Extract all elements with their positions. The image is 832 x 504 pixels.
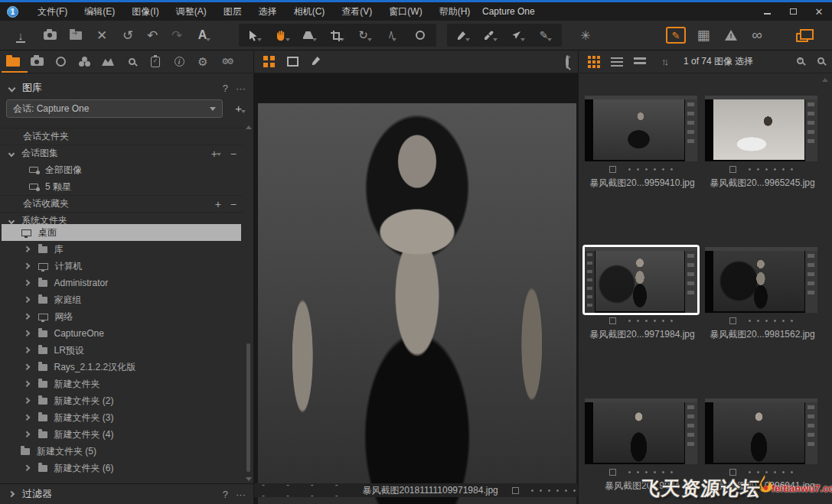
menu-select[interactable]: 选择	[250, 2, 285, 21]
tab-output[interactable]: ⚙	[196, 54, 210, 70]
tab-metadata[interactable]: i	[172, 54, 186, 70]
chevron-right-icon[interactable]	[24, 330, 30, 337]
import-button[interactable]: ↓	[12, 25, 29, 45]
browser-scroll-up-icon[interactable]	[822, 78, 828, 82]
thumbnail-cell[interactable]: 暴风截图20...9981562.jpg	[705, 247, 820, 341]
rating-dots[interactable]	[746, 470, 796, 474]
color-tag-checkbox[interactable]	[729, 317, 736, 324]
white-balance-picker-button[interactable]	[510, 25, 527, 45]
tree-item-new-folder-3[interactable]: 新建文件夹 (3)	[0, 409, 243, 426]
focus-mask-button[interactable]: ▦	[695, 25, 712, 45]
chevron-right-icon[interactable]	[24, 381, 30, 387]
tree-item-library[interactable]: 库	[0, 241, 243, 258]
tree-item-new-folder-2[interactable]: 新建文件夹 (2)	[0, 392, 243, 409]
tab-exposure[interactable]	[101, 54, 115, 70]
sidebar-scrollbar[interactable]	[245, 125, 252, 481]
chevron-right-icon[interactable]	[24, 398, 30, 404]
row-five-stars[interactable]: 5 颗星	[0, 178, 243, 195]
add-favorite-button[interactable]: +	[215, 198, 221, 210]
rating-dots[interactable]	[746, 319, 796, 323]
menu-window[interactable]: 窗口(W)	[380, 2, 430, 21]
chevron-right-icon[interactable]	[24, 431, 30, 437]
row-session-albums[interactable]: 会话图集 + −	[0, 145, 243, 161]
row-all-images[interactable]: 全部图像	[0, 161, 243, 178]
thumbnail-image[interactable]	[585, 247, 697, 313]
color-tag-checkbox[interactable]	[729, 166, 736, 173]
chevron-right-icon[interactable]	[24, 263, 30, 269]
menu-edit[interactable]: 编辑(E)	[76, 2, 123, 21]
rating-dots[interactable]	[625, 167, 676, 171]
rotate-tool-button[interactable]: ↻	[357, 25, 374, 45]
maximize-button[interactable]	[788, 6, 798, 17]
tree-item-network[interactable]: 网络	[0, 308, 243, 325]
sort-button[interactable]: ↑↓	[661, 56, 667, 67]
straighten-tool-button[interactable]: /\	[384, 25, 401, 45]
session-selector[interactable]: 会话: Capture One	[6, 99, 223, 118]
annotations-button[interactable]: ✎	[666, 25, 686, 45]
chevron-right-icon[interactable]	[24, 297, 30, 303]
thumbnail-image[interactable]	[705, 247, 817, 313]
tab-library[interactable]	[6, 54, 20, 70]
chevron-right-icon[interactable]	[24, 347, 30, 353]
tree-item-new-folder-4[interactable]: 新建文件夹 (4)	[0, 426, 243, 443]
thumbnail-cell[interactable]: 暴风截图20...9965245.jpg	[705, 96, 820, 190]
revert-button[interactable]: ↺	[119, 25, 136, 45]
primary-view-button[interactable]	[287, 57, 299, 67]
delete-button[interactable]: ✕	[93, 25, 110, 45]
thumbnail-cell[interactable]: 暴风截图20...9959410.jpg	[585, 96, 700, 190]
tab-adjustments-clipboard[interactable]	[148, 54, 162, 70]
tree-item-rays[interactable]: Rays_2.1.2.2汉化版	[0, 359, 243, 376]
color-tag-checkbox[interactable]	[609, 317, 616, 324]
menu-layers[interactable]: 图层	[215, 2, 250, 21]
minimize-button[interactable]	[762, 6, 772, 17]
thumbnail-image[interactable]	[705, 398, 817, 464]
rating-dots[interactable]	[625, 319, 676, 323]
rating-dots[interactable]	[625, 470, 676, 474]
capture-button[interactable]	[41, 25, 58, 45]
recipe-proofing-button[interactable]: ∞	[749, 25, 765, 45]
spot-removal-button[interactable]: ✳	[577, 25, 594, 45]
remove-album-button[interactable]: −	[230, 148, 237, 160]
thumbnail-image[interactable]	[705, 96, 817, 161]
tree-item-computer[interactable]: 计算机	[0, 258, 243, 275]
panel-menu-button[interactable]: ···	[236, 489, 246, 500]
color-tag-checkbox[interactable]	[609, 469, 616, 476]
tab-lens[interactable]	[54, 54, 67, 70]
remove-favorite-button[interactable]: −	[230, 198, 237, 210]
chevron-right-icon[interactable]	[24, 314, 30, 320]
text-tool-button[interactable]: A	[196, 25, 213, 45]
scroll-down-icon[interactable]	[246, 477, 252, 481]
chevron-right-icon[interactable]	[24, 280, 30, 286]
thumbnail-cell-selected[interactable]: 暴风截图20...9971984.jpg	[585, 247, 700, 341]
pan-tool-button[interactable]	[274, 25, 291, 45]
filmstrip-view-button[interactable]	[634, 57, 646, 67]
search-icon[interactable]	[817, 57, 824, 64]
tab-details[interactable]	[125, 54, 139, 70]
chevron-down-icon[interactable]	[8, 217, 15, 223]
chevron-right-icon[interactable]	[24, 415, 30, 421]
viewer-brush-button[interactable]	[311, 56, 321, 68]
add-album-button[interactable]: +	[211, 148, 221, 160]
chevron-right-icon[interactable]	[24, 364, 30, 370]
thumbnail-image[interactable]	[585, 398, 697, 464]
undo-button[interactable]: ↶	[144, 25, 161, 45]
scroll-up-icon[interactable]	[246, 125, 252, 129]
tree-item-homegroup[interactable]: 家庭组	[0, 291, 243, 308]
tab-capture[interactable]	[30, 54, 44, 70]
menu-help[interactable]: 帮助(H)	[431, 2, 479, 21]
thumbnail-zoom-icon[interactable]	[797, 57, 804, 64]
tree-item-new-folder-6[interactable]: 新建文件夹 (6)	[0, 460, 243, 476]
chevron-right-icon[interactable]	[24, 465, 30, 471]
copy-apply-adjustments-button[interactable]	[794, 25, 811, 45]
panel-menu-button[interactable]: ···	[236, 83, 246, 94]
tab-color[interactable]	[77, 54, 91, 70]
overlay-tool-button[interactable]	[412, 25, 429, 45]
row-session-favorites[interactable]: 会话收藏夹 + −	[0, 195, 243, 212]
add-session-button[interactable]: +	[235, 102, 246, 115]
chevron-right-icon[interactable]	[8, 491, 15, 497]
tab-batch[interactable]: ⚙⚙	[220, 54, 233, 70]
rating-dots[interactable]	[528, 489, 578, 493]
chevron-down-icon[interactable]	[8, 84, 16, 92]
chevron-down-icon[interactable]	[8, 150, 15, 156]
menu-view[interactable]: 查看(V)	[333, 2, 380, 21]
